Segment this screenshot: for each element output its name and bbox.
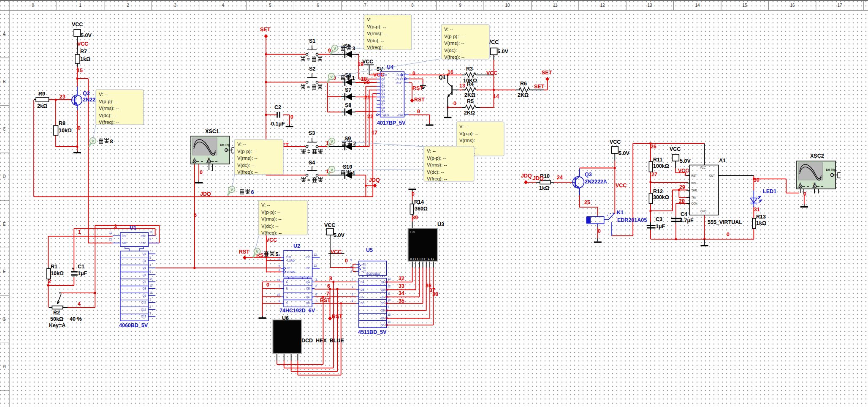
svg-text:R13: R13: [756, 214, 766, 220]
svg-text:QC: QC: [381, 295, 385, 299]
svg-text:V(rms): --: V(rms): --: [237, 156, 258, 161]
svg-text:1kΩ: 1kΩ: [539, 185, 549, 191]
svg-text:11: 11: [277, 257, 280, 260]
svg-text:V(p-p): --: V(p-p): --: [99, 99, 118, 104]
svg-text:4.7μF: 4.7μF: [680, 218, 694, 224]
svg-text:Q2: Q2: [381, 85, 385, 88]
svg-text:0: 0: [453, 101, 456, 107]
svg-text:15: 15: [149, 291, 153, 294]
svg-text:9: 9: [328, 48, 331, 54]
svg-text:C2: C2: [274, 104, 281, 110]
svg-text:4: 4: [350, 270, 352, 273]
svg-text:34: 34: [399, 290, 404, 296]
svg-text:Q8: Q8: [143, 287, 146, 290]
svg-text:21: 21: [364, 95, 370, 101]
svg-text:DIS: DIS: [692, 182, 696, 185]
svg-text:C: C: [3, 127, 5, 131]
svg-text:20: 20: [364, 79, 370, 85]
svg-text:8: 8: [411, 3, 414, 8]
svg-text:6: 6: [327, 283, 330, 289]
svg-text:GND: GND: [700, 210, 706, 213]
svg-text:13: 13: [314, 264, 317, 267]
svg-text:15: 15: [277, 279, 280, 281]
svg-text:TRI: TRI: [692, 196, 696, 199]
svg-text:=: =: [307, 84, 310, 90]
svg-text:3: 3: [149, 312, 151, 315]
svg-text:0: 0: [32, 3, 34, 8]
svg-text:VCC: VCC: [670, 146, 681, 152]
svg-text:Q9: Q9: [143, 294, 146, 298]
svg-text:50kΩ: 50kΩ: [50, 316, 63, 322]
svg-text:RST: RST: [332, 314, 342, 320]
svg-text:DC: DC: [361, 295, 365, 298]
svg-text:9: 9: [459, 3, 461, 8]
svg-text:40 %: 40 %: [70, 316, 82, 322]
svg-text:Q12: Q12: [141, 308, 146, 311]
svg-text:V(rms): --: V(rms): --: [444, 41, 464, 46]
svg-text:13: 13: [388, 277, 391, 280]
svg-text:U5: U5: [366, 247, 373, 253]
svg-text:QD: QD: [306, 302, 310, 305]
svg-text:VCC: VCC: [610, 139, 621, 145]
svg-text:7: 7: [326, 291, 329, 297]
svg-text:C4: C4: [681, 211, 687, 217]
svg-text:QG: QG: [380, 324, 385, 327]
svg-text:~Q5-9: ~Q5-9: [381, 113, 389, 117]
svg-text:MR: MR: [122, 242, 127, 245]
svg-text:CLK1: CLK1: [396, 74, 403, 76]
svg-text:V(rms): --: V(rms): --: [459, 138, 480, 143]
svg-text:R8: R8: [59, 120, 65, 126]
svg-text:0: 0: [266, 282, 269, 288]
svg-text:Q9: Q9: [381, 110, 385, 113]
svg-text:32: 32: [399, 276, 404, 281]
svg-text:C1: C1: [78, 264, 84, 270]
svg-text:QB: QB: [381, 288, 385, 292]
svg-text:3: 3: [315, 278, 317, 281]
svg-text:Q11: Q11: [141, 301, 146, 304]
svg-text:11: 11: [388, 292, 391, 295]
svg-text:RST: RST: [412, 85, 423, 91]
svg-text:Q6: Q6: [143, 273, 146, 277]
svg-text:5: 5: [276, 251, 279, 257]
svg-text:DD: DD: [361, 302, 365, 305]
svg-text:JDQ: JDQ: [521, 173, 532, 179]
svg-text:V: --: V: --: [99, 92, 108, 97]
svg-text:0: 0: [345, 258, 348, 264]
svg-text:1: 1: [352, 285, 353, 288]
svg-text:35: 35: [399, 298, 404, 304]
svg-text:4: 4: [149, 263, 151, 266]
svg-text:ABCDEFG: ABCDEFG: [410, 257, 435, 261]
svg-text:=: =: [307, 149, 310, 155]
svg-text:3: 3: [350, 266, 352, 269]
svg-text:R7: R7: [80, 49, 87, 55]
svg-text:100kΩ: 100kΩ: [653, 163, 669, 169]
svg-text:S2: S2: [309, 66, 315, 72]
svg-text:25: 25: [584, 199, 590, 205]
svg-text:0: 0: [200, 169, 203, 175]
svg-text:SET: SET: [534, 84, 545, 90]
svg-text:360Ω: 360Ω: [415, 206, 428, 212]
svg-text:V(freq): --: V(freq): --: [99, 120, 119, 125]
svg-text:VCC: VCC: [72, 22, 83, 27]
svg-text:7: 7: [149, 249, 151, 252]
svg-text:F: F: [3, 269, 5, 274]
svg-text:V(freq): --: V(freq): --: [367, 45, 388, 50]
svg-text:26: 26: [651, 144, 656, 150]
svg-text:5: 5: [350, 259, 352, 262]
svg-text:QD: QD: [381, 302, 385, 305]
svg-text:0: 0: [727, 232, 730, 238]
svg-text:R1: R1: [51, 264, 57, 270]
svg-text:6: 6: [352, 299, 353, 302]
svg-text:2kΩ: 2kΩ: [37, 103, 47, 109]
svg-text:VCC: VCC: [77, 41, 88, 47]
svg-text:CLR: CLR: [286, 256, 291, 259]
svg-text:0.1μF: 0.1μF: [271, 121, 285, 127]
svg-text:S3: S3: [309, 130, 315, 136]
svg-text:4060BD_5V: 4060BD_5V: [119, 322, 148, 328]
svg-text:12: 12: [314, 253, 317, 256]
svg-text:R4: R4: [467, 81, 474, 87]
svg-text:A1: A1: [719, 158, 726, 164]
svg-text:10: 10: [149, 231, 153, 234]
svg-text:16: 16: [448, 69, 453, 75]
svg-text:3: 3: [353, 46, 355, 52]
